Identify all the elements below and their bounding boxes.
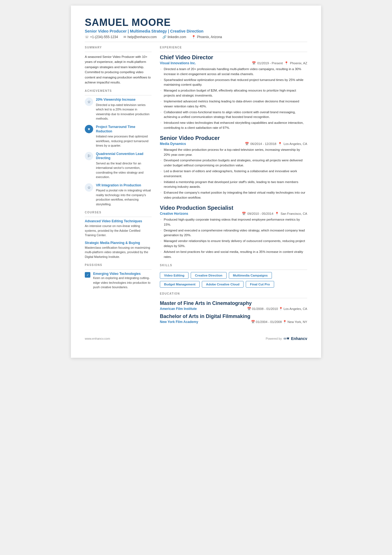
email-icon: ✉ bbox=[123, 35, 126, 39]
brand-name: Enhancv bbox=[291, 336, 307, 341]
skill-badge-4: Adobe Creative Cloud bbox=[202, 281, 244, 288]
skill-badge-2: Multimedia Campaigns bbox=[229, 272, 272, 279]
summary-label: SUMMARY bbox=[85, 46, 152, 49]
location-icon-2: 📍 bbox=[278, 142, 282, 146]
bullet: Managed the video production process for… bbox=[160, 147, 307, 157]
job-location-2: Los Angeles, CA bbox=[284, 142, 307, 145]
edu-school-2: New York Film Academy bbox=[160, 320, 198, 324]
location-contact: 📍 Phoenix, Arizona bbox=[192, 35, 222, 39]
bullet: Advised on best practices for video and … bbox=[160, 250, 307, 260]
bullet: Managed vendor relationships to ensure t… bbox=[160, 239, 307, 249]
achievement-desc-4: Played a pivotal role in integrating vir… bbox=[96, 188, 152, 206]
edu-degree-2: Bachelor of Arts in Digital Filmmaking bbox=[160, 314, 307, 319]
skills-grid: Video Editing Creative Direction Multime… bbox=[160, 272, 307, 288]
edu-degree-1: Master of Fine Arts in Cinematography bbox=[160, 300, 307, 306]
job-date-2: 06/2014 - 12/2018 bbox=[250, 142, 276, 145]
linkedin-contact: 🔗 linkedin.com bbox=[162, 35, 186, 39]
job-bullets-1: Directed a team of 20+ professionals han… bbox=[160, 67, 307, 130]
job-3: Video Production Specialist Creative Hor… bbox=[160, 205, 307, 260]
job-company-3: Creative Horizons bbox=[160, 212, 188, 216]
bullet: Developed comprehensive production budge… bbox=[160, 158, 307, 168]
courses-label: COURSES bbox=[85, 211, 152, 214]
achievement-item: ☆ 20% Viewership Increase Directed a top… bbox=[85, 98, 152, 121]
achievement-title-3: Quadrennial Convention Lead Directing bbox=[96, 152, 152, 161]
powered-by-text: Powered by bbox=[266, 337, 282, 340]
location-value: Phoenix, Arizona bbox=[197, 35, 222, 39]
phone-icon: ☏ bbox=[85, 35, 89, 39]
bullet: Initiated a mentorship program that deve… bbox=[160, 180, 307, 190]
education-label: EDUCATION bbox=[160, 292, 307, 295]
experience-divider bbox=[160, 52, 307, 52]
linkedin-value: linkedin.com bbox=[168, 35, 186, 39]
passion-title-1: Emerging Video Technologies bbox=[93, 272, 152, 276]
course-desc-1: An intensive course on non-linear editin… bbox=[85, 224, 152, 238]
summary-divider bbox=[85, 52, 152, 52]
calendar-icon-2: 📅 bbox=[245, 142, 249, 146]
achievement-icon-star: ☆ bbox=[85, 98, 93, 106]
edu-school-1: American Film Institute bbox=[160, 307, 197, 311]
phone-value: +1-(234)-555-1234 bbox=[90, 35, 118, 39]
achievement-desc-1: Directed a top-rated television series w… bbox=[96, 103, 152, 121]
passions-section: PASSIONS ✓ Emerging Video Technologies K… bbox=[85, 263, 152, 290]
achievements-label: ACHIEVEMENTS bbox=[85, 89, 152, 92]
bullet: Introduced new video technologies that e… bbox=[160, 120, 307, 130]
location-icon: 📍 bbox=[192, 35, 196, 39]
bullet: Implemented advanced metrics tracking le… bbox=[160, 99, 307, 109]
phone-contact: ☏ +1-(234)-555-1234 bbox=[85, 35, 118, 39]
bullet: Produced high-quality corporate training… bbox=[160, 217, 307, 227]
left-column: SUMMARY A seasoned Senior Video Producer… bbox=[85, 46, 152, 328]
achievement-icon-heart: ♥ bbox=[85, 125, 93, 133]
contact-row: ☏ +1-(234)-555-1234 ✉ help@enhancv.com 🔗… bbox=[85, 35, 307, 39]
edu-meta-2: 📅 01/2004 - 01/2008 📍 New York, NY bbox=[251, 320, 307, 324]
skill-badge-0: Video Editing bbox=[160, 272, 188, 279]
bullet: Spearheaded workflow optimization proces… bbox=[160, 78, 307, 88]
bullet: Enhanced the company's market position b… bbox=[160, 190, 307, 200]
calendar-icon-3: 📅 bbox=[242, 212, 246, 216]
achievement-title-4: VR Integration in Production bbox=[96, 183, 152, 188]
job-meta-3: 📅 09/2010 - 05/2014 📍 San Francisco, CA bbox=[242, 212, 307, 216]
skill-badge-3: Budget Management bbox=[160, 281, 200, 288]
job-date-3: 09/2010 - 05/2014 bbox=[247, 212, 273, 215]
course-title-1: Advanced Video Editing Techniques bbox=[85, 219, 152, 223]
edu-calendar-icon-1: 📅 bbox=[247, 307, 251, 310]
job-meta-2: 📅 06/2014 - 12/2018 📍 Los Angeles, CA bbox=[245, 142, 307, 146]
course-desc-2: Masterclass certification focusing on ma… bbox=[85, 245, 152, 259]
skills-divider bbox=[160, 270, 307, 270]
edu-location-icon-2: 📍 bbox=[283, 320, 287, 324]
right-column: EXPERIENCE Chief Video Director Visual I… bbox=[160, 46, 307, 328]
achievement-desc-3: Served as the lead director for an inter… bbox=[96, 161, 152, 179]
candidate-name: SAMUEL MOORE bbox=[85, 17, 307, 28]
skills-label: SKILLS bbox=[160, 264, 307, 267]
achievement-title-1: 20% Viewership Increase bbox=[96, 98, 152, 102]
job-1: Chief Video Director Visual Innovations … bbox=[160, 54, 307, 130]
passion-icon-check: ✓ bbox=[85, 272, 90, 278]
achievement-icon-flag: ⚐ bbox=[85, 152, 93, 160]
skill-badge-1: Creative Direction bbox=[191, 272, 226, 279]
experience-label: EXPERIENCE bbox=[160, 46, 307, 49]
achievement-icon-star2: ☆ bbox=[85, 183, 93, 192]
edu-date-1: 01/2008 - 01/2010 bbox=[252, 307, 278, 310]
calendar-icon-1: 📅 bbox=[252, 61, 256, 65]
linkedin-icon: 🔗 bbox=[162, 35, 167, 39]
email-contact: ✉ help@enhancv.com bbox=[123, 35, 157, 39]
achievement-title-2: Project Turnaround Time Reduction bbox=[96, 125, 152, 134]
job-company-2: Media Dynamics bbox=[160, 142, 186, 146]
bullet: Managed a production budget of $2M, effe… bbox=[160, 88, 307, 98]
edu-location-1: Los Angeles, CA bbox=[284, 307, 307, 310]
education-section: EDUCATION Master of Fine Arts in Cinemat… bbox=[160, 292, 307, 324]
skills-section: SKILLS Video Editing Creative Direction … bbox=[160, 264, 307, 288]
passion-item: ✓ Emerging Video Technologies Keen on ex… bbox=[85, 272, 152, 290]
location-icon-3: 📍 bbox=[275, 212, 279, 216]
experience-section: EXPERIENCE Chief Video Director Visual I… bbox=[160, 46, 307, 259]
candidate-title: Senior Video Producer | Multimedia Strat… bbox=[85, 29, 307, 33]
email-value: help@enhancv.com bbox=[127, 35, 157, 39]
education-divider bbox=[160, 298, 307, 298]
edu-date-2: 01/2004 - 01/2008 bbox=[256, 320, 282, 324]
job-location-3: San Francisco, CA bbox=[281, 212, 307, 215]
education-item-2: Bachelor of Arts in Digital Filmmaking N… bbox=[160, 314, 307, 324]
resume-page: SAMUEL MOORE Senior Video Producer | Mul… bbox=[71, 6, 321, 358]
achievement-item: ☆ VR Integration in Production Played a … bbox=[85, 183, 152, 207]
job-date-1: 01/2019 - Present bbox=[257, 61, 283, 65]
job-company-1: Visual Innovations Inc. bbox=[160, 61, 196, 65]
passions-label: PASSIONS bbox=[85, 263, 152, 267]
